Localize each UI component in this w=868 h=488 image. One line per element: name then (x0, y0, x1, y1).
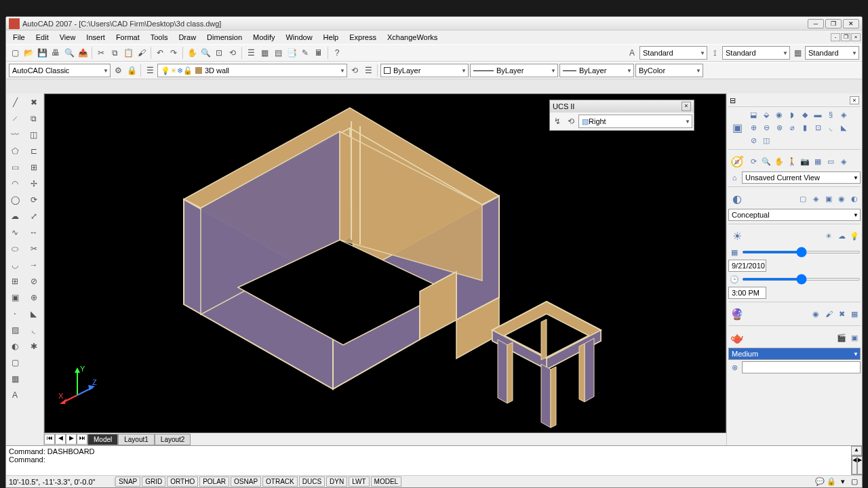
stretch-icon[interactable]: ↔ (26, 225, 41, 240)
layer-properties-icon[interactable]: ☰ (144, 64, 156, 77)
menu-edit[interactable]: Edit (31, 32, 54, 43)
menu-modify[interactable]: Modify (248, 32, 280, 43)
union-icon[interactable]: ⊕ (747, 121, 760, 134)
sweep-icon[interactable]: ◗ (786, 108, 798, 121)
extrude-icon[interactable]: ⬓ (747, 108, 760, 121)
plotstyle-combo[interactable]: ByColor▼ (635, 64, 703, 77)
materials-section-icon[interactable]: 🔮 (728, 305, 746, 323)
publish-icon[interactable]: 📤 (77, 47, 89, 59)
tablestyle-combo[interactable]: Standard▼ (805, 46, 859, 60)
plot-icon[interactable]: 🖶 (50, 47, 62, 59)
copy-icon[interactable]: ⧉ (108, 47, 121, 59)
revcloud-icon[interactable]: ☁ (7, 209, 22, 224)
mdi-restore-button[interactable]: ❐ (841, 33, 850, 41)
date-slider[interactable] (742, 251, 861, 253)
layer-states-icon[interactable]: ☰ (362, 64, 374, 77)
mtext-icon[interactable]: A (7, 388, 22, 403)
dashboard-collapse-icon[interactable]: ⊟ (730, 96, 736, 105)
spline-icon[interactable]: ∿ (7, 225, 22, 240)
box-primitive-icon[interactable]: ▣ (728, 119, 746, 136)
maximize-button[interactable]: ❐ (825, 19, 842, 28)
circle-icon[interactable]: ◯ (7, 192, 22, 207)
zoom-previous-icon[interactable]: ⟲ (226, 47, 239, 59)
markup-icon[interactable]: ✎ (299, 47, 311, 59)
extend-icon[interactable]: → (26, 258, 41, 272)
menu-insert[interactable]: Insert (81, 32, 111, 43)
paste-icon[interactable]: 📋 (122, 47, 134, 59)
light-section-icon[interactable]: ☀ (728, 227, 746, 245)
date-field[interactable]: 9/21/2010 (728, 260, 766, 272)
explode-icon[interactable]: ✱ (26, 339, 41, 354)
material-browser-icon[interactable]: ◉ (810, 308, 822, 320)
presspull-icon[interactable]: ⬙ (760, 108, 772, 121)
tab-layout2[interactable]: Layout2 (155, 434, 191, 445)
color-combo[interactable]: ByLayer▼ (380, 64, 469, 77)
menu-express[interactable]: Express (344, 32, 382, 43)
orbit-icon[interactable]: ⟳ (747, 155, 760, 167)
time-slider[interactable] (742, 278, 861, 281)
polar-toggle[interactable]: POLAR (199, 476, 229, 487)
fillet-icon[interactable]: ◟ (26, 323, 41, 338)
line-icon[interactable]: ╱ (7, 95, 22, 110)
output-size-icon[interactable]: ⊗ (728, 361, 741, 373)
tab-next-icon[interactable]: ▶ (66, 434, 77, 445)
thicken-icon[interactable]: ▮ (799, 121, 811, 134)
model-toggle[interactable]: MODEL (371, 476, 402, 487)
helix-icon[interactable]: § (825, 108, 837, 121)
arc-icon[interactable]: ◠ (7, 176, 22, 191)
mdi-minimize-button[interactable]: - (831, 33, 840, 41)
fillet3d-icon[interactable]: ◟ (825, 121, 837, 134)
vs-conceptual-icon[interactable]: ◐ (848, 192, 861, 205)
ortho-toggle[interactable]: ORTHO (167, 476, 198, 487)
view-combo[interactable]: Unsaved Current View▼ (742, 171, 861, 184)
insert-block-icon[interactable]: ⊞ (7, 274, 22, 289)
sheetset-icon[interactable]: 📑 (285, 47, 298, 59)
toolbar-grip-icon[interactable]: ▾ (838, 477, 848, 487)
otrack-toggle[interactable]: OTRACK (262, 476, 298, 487)
workspace-settings-icon[interactable]: ⚙ (112, 64, 124, 77)
mirror-icon[interactable]: ◫ (26, 127, 41, 142)
cut-icon[interactable]: ✂ (95, 47, 107, 59)
output-size-combo[interactable] (742, 361, 861, 373)
ellipsearc-icon[interactable]: ◡ (7, 258, 22, 272)
osnap-toggle[interactable]: OSNAP (231, 476, 261, 487)
tab-layout1[interactable]: Layout1 (118, 434, 155, 445)
layer-combo[interactable]: 💡☀❄🔓 3D wall▼ (157, 64, 347, 77)
command-line[interactable]: Command: DASHBOARD Command: ▲ ◀ ▶ (6, 445, 862, 475)
menu-format[interactable]: Format (111, 32, 145, 43)
cmd-scroll-left-icon[interactable]: ◀ (852, 456, 857, 474)
rectangle-icon[interactable]: ▭ (7, 160, 22, 175)
match-icon[interactable]: 🖌 (136, 47, 148, 59)
move-icon[interactable]: ✢ (26, 176, 41, 191)
3d-viewport[interactable]: UCS II× ↯ ⟲ ▧ Right▼ (44, 94, 726, 433)
menu-file[interactable]: File (7, 32, 31, 43)
titlebar[interactable]: AutoCAD 2007 - [C:\Users\CAD Firm\Deskto… (6, 17, 862, 30)
subtract-icon[interactable]: ⊖ (760, 121, 772, 134)
render-region-icon[interactable]: ▣ (848, 331, 861, 344)
vs-2dwire-icon[interactable]: ▢ (797, 192, 809, 205)
nav-section-icon[interactable]: 🧭 (728, 152, 746, 170)
intersect-icon[interactable]: ⊗ (773, 121, 785, 134)
vs-hidden-icon[interactable]: ▣ (823, 192, 835, 205)
dyn-toggle[interactable]: DYN (326, 476, 347, 487)
clean-screen-icon[interactable]: ▢ (850, 477, 859, 487)
dimstyle-icon[interactable]: ⟟ (709, 47, 721, 59)
mdi-close-button[interactable]: × (851, 33, 861, 41)
redo-icon[interactable]: ↷ (167, 47, 180, 59)
trim-icon[interactable]: ✂ (26, 241, 41, 256)
ucs-world-icon[interactable]: ↯ (551, 115, 564, 127)
tab-first-icon[interactable]: ⏮ (44, 434, 55, 445)
cmd-scroll-right-icon[interactable]: ▶ (857, 456, 863, 474)
grid-toggle[interactable]: GRID (142, 476, 165, 487)
zoom-realtime-icon[interactable]: 🔍 (199, 47, 212, 59)
zoom-window-icon[interactable]: ⊡ (213, 47, 225, 59)
ucs-panel[interactable]: UCS II× ↯ ⟲ ▧ Right▼ (549, 100, 694, 131)
new-icon[interactable]: ▢ (9, 47, 21, 59)
parallel-icon[interactable]: ▭ (825, 155, 837, 167)
open-icon[interactable]: 📂 (22, 47, 35, 59)
tab-last-icon[interactable]: ⏭ (77, 434, 87, 445)
imprint-icon[interactable]: ⊡ (812, 121, 824, 134)
lock-ui-icon[interactable]: 🔒 (827, 477, 836, 487)
close-button[interactable]: ✕ (843, 19, 859, 28)
view-home-icon[interactable]: ⌂ (728, 171, 741, 184)
